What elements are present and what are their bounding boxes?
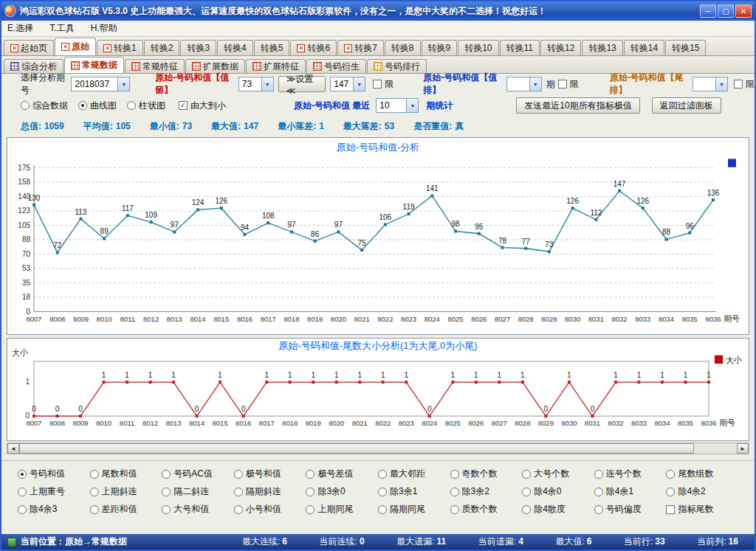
radio-icon[interactable]: [21, 101, 30, 110]
radio-icon[interactable]: [306, 488, 315, 496]
scroll-left-button[interactable]: ◄: [7, 443, 19, 454]
indicator-option[interactable]: 隔二斜连: [162, 485, 234, 498]
sort-desc-field[interactable]: ✓ 由大到小: [179, 100, 226, 112]
indicator-option[interactable]: 极号和值: [234, 468, 306, 480]
radio-icon[interactable]: [90, 488, 99, 496]
indicator-option[interactable]: 大号和值: [162, 503, 234, 516]
indicator-option[interactable]: 极号差值: [306, 468, 378, 480]
indicator-option[interactable]: 奇数个数: [450, 468, 523, 480]
value-keep-min-select[interactable]: 73 ▼: [238, 77, 274, 91]
menu-help[interactable]: H.帮助: [91, 22, 117, 35]
radio-icon[interactable]: [306, 470, 315, 479]
tab-main-15[interactable]: 转换14: [624, 40, 664, 55]
chevron-down-icon[interactable]: ▼: [353, 77, 365, 91]
indicator-option[interactable]: 除4余2: [666, 485, 738, 498]
indicator-option[interactable]: 除3余1: [378, 485, 450, 498]
radio-icon[interactable]: [522, 470, 531, 479]
view-option-2[interactable]: 柱状图: [127, 100, 165, 112]
tab-main-11[interactable]: 转换10: [458, 40, 498, 55]
indicator-option[interactable]: 连号个数: [594, 468, 667, 480]
indicator-option[interactable]: 除3余0: [306, 485, 378, 498]
indicator-option[interactable]: 除4余1: [594, 485, 667, 498]
tab-main-13[interactable]: 转换12: [540, 40, 581, 55]
radio-icon[interactable]: [594, 488, 603, 496]
tab-main-4[interactable]: 转换3: [180, 40, 216, 55]
sort-desc-checkbox[interactable]: ✓: [179, 101, 188, 110]
indicator-option[interactable]: 号码偏度: [594, 503, 667, 516]
radio-icon[interactable]: [162, 470, 171, 479]
radio-icon[interactable]: [78, 101, 87, 110]
indicator-option[interactable]: 尾数和值: [90, 468, 162, 480]
indicator-option[interactable]: 号码和值: [18, 468, 90, 480]
chart-hscrollbar[interactable]: ◄ ►: [7, 443, 749, 454]
radio-icon[interactable]: [18, 470, 27, 479]
menu-select[interactable]: E.选择: [7, 22, 33, 35]
radio-icon[interactable]: [18, 505, 27, 514]
radio-icon[interactable]: [162, 505, 171, 514]
view-option-0[interactable]: 综合数据: [21, 100, 68, 112]
chevron-down-icon[interactable]: ▼: [715, 77, 727, 91]
indicator-option[interactable]: 号码AC值: [162, 468, 234, 480]
radio-icon[interactable]: [234, 470, 243, 479]
radio-icon[interactable]: [378, 505, 387, 514]
radio-icon[interactable]: [450, 488, 459, 496]
radio-icon[interactable]: [450, 470, 459, 479]
indicator-option[interactable]: 指标尾数: [666, 503, 738, 516]
tab-main-0[interactable]: ✕起始页: [4, 40, 54, 55]
indicator-option[interactable]: 差距和值: [90, 503, 162, 516]
indicator-option[interactable]: 除4散度: [522, 503, 594, 516]
tab-main-7[interactable]: ✕转换6: [290, 40, 337, 55]
tab-main-12[interactable]: 转换11: [500, 40, 540, 55]
radio-icon[interactable]: [306, 505, 315, 514]
tab-sub-4[interactable]: 扩展特征: [246, 59, 306, 73]
radio-icon[interactable]: [666, 470, 675, 479]
settings-button[interactable]: ≫设置≪: [278, 76, 326, 92]
indicator-option[interactable]: 上期重号: [18, 485, 90, 498]
menu-tools[interactable]: T.工具: [49, 22, 74, 35]
indicator-option[interactable]: 质数个数: [450, 503, 523, 516]
close-button[interactable]: ✕: [735, 4, 752, 18]
radio-icon[interactable]: [378, 470, 387, 479]
checkbox-icon[interactable]: [666, 505, 675, 514]
radio-icon[interactable]: [127, 101, 136, 110]
tab-sub-5[interactable]: 号码衍生: [306, 59, 366, 73]
radio-icon[interactable]: [378, 488, 387, 496]
indicator-option[interactable]: 除3余2: [450, 485, 523, 498]
chevron-down-icon[interactable]: ▼: [117, 77, 129, 91]
indicator-option[interactable]: 尾数组数: [666, 468, 738, 480]
tail-limit-checkbox[interactable]: [734, 80, 743, 89]
minimize-button[interactable]: ─: [700, 4, 716, 18]
radio-icon[interactable]: [522, 488, 531, 496]
indicator-option[interactable]: 上期同尾: [306, 503, 378, 516]
chevron-down-icon[interactable]: ▼: [529, 77, 541, 91]
rank-limit-checkbox[interactable]: [558, 80, 567, 89]
radio-icon[interactable]: [450, 505, 459, 514]
scrollbar-track[interactable]: [19, 443, 737, 454]
indicator-option[interactable]: 小号和值: [234, 503, 306, 516]
tab-main-14[interactable]: 转换13: [582, 40, 622, 55]
radio-icon[interactable]: [162, 488, 171, 496]
view-option-1[interactable]: 曲线图: [78, 100, 117, 112]
scrollbar-thumb[interactable]: [19, 443, 694, 454]
value-rank-select[interactable]: ▼: [506, 77, 542, 91]
tail-rank-select[interactable]: ▼: [693, 77, 728, 91]
indicator-option[interactable]: 大号个数: [522, 468, 594, 480]
maximize-button[interactable]: ▢: [718, 4, 734, 18]
tab-sub-1[interactable]: 常规数据: [64, 57, 124, 73]
period-select[interactable]: 2018037 ▼: [71, 77, 130, 91]
indicator-option[interactable]: 隔期同尾: [378, 503, 450, 516]
radio-icon[interactable]: [594, 505, 603, 514]
radio-icon[interactable]: [90, 470, 99, 479]
tab-sub-6[interactable]: 号码排行: [367, 59, 427, 73]
return-filter-button[interactable]: 返回过滤面板: [652, 97, 721, 114]
tab-main-8[interactable]: ✕转换7: [337, 40, 384, 55]
radio-icon[interactable]: [234, 505, 243, 514]
send-extremes-button[interactable]: 发送最近10期所有指标极值: [516, 97, 639, 114]
chevron-down-icon[interactable]: ▼: [406, 99, 418, 112]
chevron-down-icon[interactable]: ▼: [261, 77, 273, 91]
tab-main-10[interactable]: 转换9: [422, 40, 458, 55]
radio-icon[interactable]: [18, 488, 27, 496]
tab-main-5[interactable]: 转换4: [217, 40, 253, 55]
radio-icon[interactable]: [594, 470, 603, 479]
tab-main-6[interactable]: 转换5: [254, 40, 290, 55]
